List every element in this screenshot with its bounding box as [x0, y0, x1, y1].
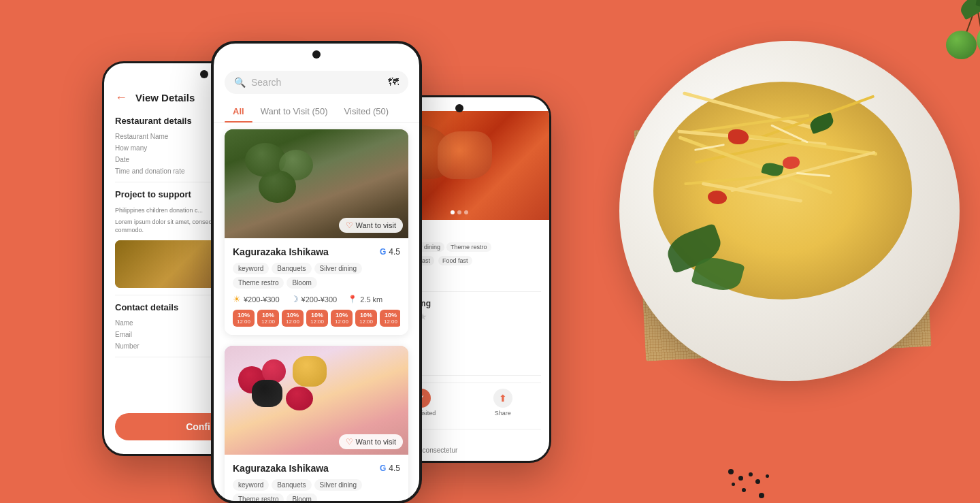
- card-body-2: Kagurazaka Ishikawa G 4.5 keyword Banque…: [225, 455, 408, 503]
- want-to-visit-badge-1[interactable]: ♡ Want to visit: [339, 218, 404, 233]
- card-title-2: Kagurazaka Ishikawa: [233, 463, 329, 474]
- sun-icon: ☀: [233, 294, 241, 304]
- discount-badge-3: 10% 12:00: [282, 310, 304, 327]
- tab-all[interactable]: All: [225, 101, 252, 122]
- tags-row-1: keyword Banquets Silver dining Theme res…: [233, 263, 400, 289]
- share-icon: ⬆: [493, 389, 512, 408]
- want-to-visit-badge-2[interactable]: ♡ Want to visit: [339, 434, 404, 449]
- tabs-row: All Want to Visit (50) Visited (50): [214, 101, 419, 123]
- price-row-1: ☀ ¥200-¥300 ☽ ¥200-¥300 📍 2.5 km: [233, 294, 400, 304]
- search-input[interactable]: Search: [251, 77, 388, 88]
- card-image-1: ♡ Want to visit: [225, 129, 408, 238]
- google-rating-2: G 4.5: [380, 464, 400, 473]
- tab-visited[interactable]: Visited (50): [336, 101, 397, 122]
- discount-badge-1: 10% 12:00: [233, 310, 255, 327]
- card-title-1: Kagurazaka Ishikawa: [233, 246, 329, 257]
- share-label: Share: [495, 410, 511, 417]
- carousel-dots: [451, 210, 468, 214]
- discount-badge-2: 10% 12:00: [257, 310, 279, 327]
- heart-icon-2: ♡: [346, 437, 353, 447]
- tags-row-2: keyword Banquets Silver dining Theme res…: [233, 479, 400, 503]
- heart-icon-1: ♡: [346, 221, 353, 230]
- location-icon: 📍: [348, 295, 357, 304]
- discount-badge-4: 10% 12:00: [306, 310, 328, 327]
- card-image-2: ♡ Want to visit: [225, 346, 408, 455]
- dot-3[interactable]: [464, 210, 468, 214]
- dot-2[interactable]: [457, 210, 461, 214]
- discount-row-1: 10% 12:00 10% 12:00 10% 12:00 10%: [233, 310, 400, 327]
- card-body-1: Kagurazaka Ishikawa G 4.5 keyword Banque…: [225, 238, 408, 335]
- restaurant-card-2[interactable]: ♡ Want to visit Kagurazaka Ishikawa G 4.…: [225, 346, 408, 503]
- search-bar[interactable]: 🔍 Search 🗺: [225, 71, 408, 94]
- phone-notch-middle: [312, 50, 321, 59]
- view-details-title: View Details: [135, 92, 195, 103]
- map-icon[interactable]: 🗺: [388, 76, 399, 88]
- back-arrow-icon[interactable]: ←: [115, 91, 127, 105]
- discount-badge-7: 10% 12:00: [380, 310, 400, 327]
- discount-badge-6: 10% 12:00: [355, 310, 377, 327]
- share-button[interactable]: ⬆ Share: [493, 389, 512, 417]
- restaurant-card-1[interactable]: ♡ Want to visit Kagurazaka Ishikawa G 4.…: [225, 129, 408, 335]
- search-icon: 🔍: [234, 77, 246, 88]
- discount-badge-5: 10% 12:00: [331, 310, 353, 327]
- phone-search-list: 🔍 Search 🗺 All Want to Visit (50) Visite…: [211, 41, 422, 503]
- dot-1[interactable]: [451, 210, 455, 214]
- tab-want-to-visit[interactable]: Want to Visit (50): [252, 101, 336, 122]
- pasta-plate: [619, 41, 960, 381]
- phone-notch-back: [200, 70, 208, 78]
- google-rating-1: G 4.5: [380, 247, 400, 257]
- moon-icon: ☽: [291, 294, 299, 304]
- phone-notch-front: [455, 104, 463, 112]
- phones-container: ← View Details Restaurant details Restau…: [102, 27, 578, 490]
